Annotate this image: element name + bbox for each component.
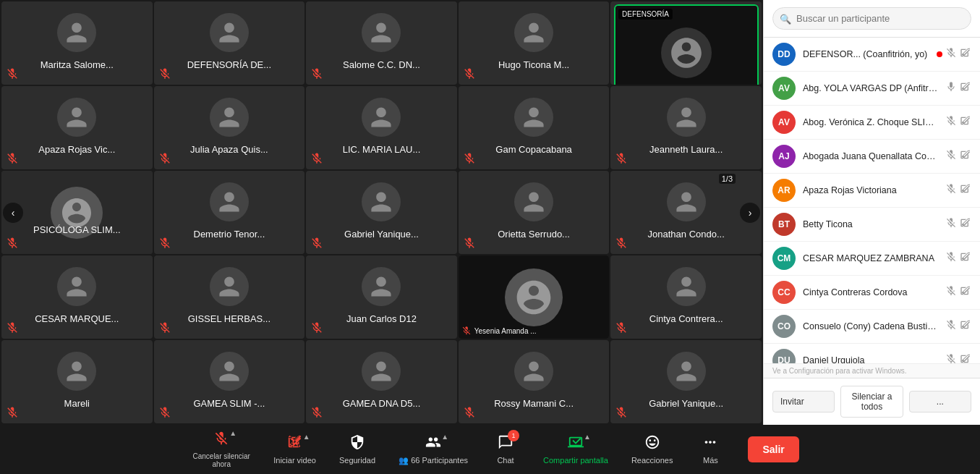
cell-23-mute: [310, 406, 323, 419]
video-icon-6: [960, 251, 971, 266]
video-cell-4: Hugo Ticona M...: [459, 1, 610, 85]
cell-17-mute: [158, 321, 171, 334]
cell-4-name: Hugo Ticona M...: [493, 56, 575, 73]
security-group: Seguridad: [332, 430, 383, 469]
participant-avatar-1: AV: [772, 77, 796, 100]
share-button[interactable]: ▲ Compartir pantalla: [536, 430, 615, 469]
mic-icon-2: [945, 115, 957, 130]
cell-3-name: Salome C.C. DN...: [337, 56, 426, 73]
participant-item-1[interactable]: AVAbg. YOLA VARGAS DP (Anfitrión): [764, 72, 980, 106]
participant-list: DDDEFENSOR... (Coanfitrión, yo)AVAbg. YO…: [764, 38, 980, 363]
cell-15-name: Jonathan Condo...: [642, 226, 730, 242]
sidebar-actions: Invitar Silenciar a todos ...: [764, 378, 980, 425]
security-button[interactable]: Seguridad: [332, 430, 383, 469]
cell-24-mute: [463, 406, 476, 419]
participant-name-7: Cintya Contreras Cordova: [803, 287, 938, 297]
participants-label: 👥 66 Participantes: [399, 456, 468, 465]
reactions-button[interactable]: Reacciones: [624, 430, 680, 469]
cell-17-name: GISSEL HERBAS...: [182, 310, 276, 327]
mute-chevron: ▲: [229, 429, 237, 437]
cell-16-name: CESAR MARQUE...: [29, 310, 124, 327]
more-group: Más: [689, 430, 732, 469]
security-label: Seguridad: [339, 456, 375, 465]
share-label: Compartir pantalla: [543, 456, 608, 465]
reactions-group: Reacciones: [624, 430, 680, 469]
cell-1-mute: [6, 67, 19, 80]
cell-11-name: PSICÓLOGA SLIM...: [1, 221, 153, 238]
video-cell-14: Orietta Serrudo...: [459, 171, 610, 254]
nav-arrow-right[interactable]: ›: [740, 203, 760, 223]
participant-item-6[interactable]: CMCESAR MARQUEZ ZAMBRANA: [764, 242, 980, 276]
participant-item-2[interactable]: AVAbog. Verónica Z. Choque SLIM...: [764, 106, 980, 140]
cell-14-name: Orietta Serrudo...: [492, 226, 576, 242]
participant-item-3[interactable]: AJAbogada Juana Quenallata Con...: [764, 140, 980, 174]
video-icon-5: [960, 217, 971, 232]
cell-2-mute: [158, 67, 171, 80]
video-icon-4: [960, 183, 971, 198]
cell-9-mute: [463, 152, 476, 165]
chat-button[interactable]: 1 Chat: [484, 430, 527, 469]
mute-label: Cancelar silenciar ahora: [192, 452, 250, 468]
cell-12-mute: [158, 237, 171, 250]
silence-all-button[interactable]: Silenciar a todos: [840, 386, 903, 418]
cell-4-mute: [463, 67, 476, 80]
participant-icons-6: [945, 251, 971, 266]
search-input[interactable]: [772, 7, 971, 30]
video-icon: ▲: [287, 434, 303, 454]
cell-2-name: DEFENSORÍA DE...: [182, 56, 277, 73]
participant-item-7[interactable]: CCCintya Contreras Cordova: [764, 276, 980, 310]
nav-arrow-left[interactable]: ‹: [3, 203, 23, 223]
cell-7-name: Julia Apaza Quis...: [184, 141, 274, 158]
cell-12-name: Demetrio Tenor...: [188, 226, 271, 242]
active-speaker-tile: DEFENSORÍA Abg. YOLA VARGAS ...: [614, 4, 759, 85]
participants-sidebar: 🔍 DDDEFENSOR... (Coanfitrión, yo)AVAbg. …: [763, 0, 980, 425]
video-button[interactable]: ▲ Iniciar video: [266, 430, 323, 469]
invite-button[interactable]: Invitar: [772, 391, 835, 412]
participant-item-0[interactable]: DDDEFENSOR... (Coanfitrión, yo): [764, 38, 980, 72]
video-group: ▲ Iniciar video: [266, 430, 323, 469]
chat-icon: 1: [498, 434, 514, 454]
mic-icon-8: [945, 319, 957, 334]
video-cell-20: Cintya Contrera...: [610, 255, 762, 339]
video-cell-2: DEFENSORÍA DE...: [154, 1, 305, 85]
participant-name-5: Betty Ticona: [803, 219, 938, 229]
cell-8-mute: [310, 152, 323, 165]
share-icon: ▲: [568, 434, 584, 454]
more-button[interactable]: Más: [689, 430, 732, 469]
video-cell-7: Julia Apaza Quis...: [154, 86, 305, 169]
participants-icon: ▲: [425, 434, 441, 454]
video-cell-9: Gam Copacabana: [459, 86, 610, 169]
participant-icons-1: [945, 81, 971, 96]
participant-avatar-3: AJ: [772, 145, 796, 168]
search-area: 🔍: [764, 0, 980, 38]
share-group: ▲ Compartir pantalla: [536, 430, 615, 469]
participant-icons-3: [945, 149, 971, 164]
participant-item-8[interactable]: COConsuelo (Cony) Cadena Bustillos: [764, 310, 980, 344]
video-cell-6: Apaza Rojas Vic...: [1, 86, 153, 169]
cell-13-name: Gabriel Yanique...: [338, 226, 425, 242]
participant-name-9: Daniel Urquiola: [803, 355, 938, 363]
participant-icons-8: [945, 319, 971, 334]
leave-button[interactable]: Salir: [748, 436, 798, 462]
participant-item-9[interactable]: DUDaniel Urquiola: [764, 344, 980, 363]
sidebar-more-button[interactable]: ...: [909, 391, 971, 412]
cell-10-name: Jeanneth Laura...: [644, 141, 728, 158]
reactions-icon: [644, 434, 660, 454]
participants-button[interactable]: ▲ 👥 66 Participantes: [391, 430, 475, 470]
mute-button[interactable]: ▲ Cancelar silenciar ahora: [185, 426, 257, 473]
mic-icon-5: [945, 217, 957, 232]
participant-item-5[interactable]: BTBetty Ticona: [764, 208, 980, 242]
participant-item-4[interactable]: ARApaza Rojas Victoriana: [764, 174, 980, 208]
chat-label: Chat: [497, 456, 514, 465]
cell-21-mute: [6, 406, 19, 419]
video-label: Iniciar video: [273, 456, 316, 465]
video-chevron: ▲: [303, 433, 310, 441]
cell-7-mute: [158, 152, 171, 165]
video-icon-8: [960, 319, 971, 334]
video-icon-0: [960, 47, 971, 62]
mic-icon-0: [945, 47, 957, 62]
mute-icon: ▲: [213, 431, 229, 450]
recording-dot: [937, 51, 942, 57]
participant-icons-7: [945, 285, 971, 300]
participants-group: ▲ 👥 66 Participantes: [391, 430, 475, 470]
